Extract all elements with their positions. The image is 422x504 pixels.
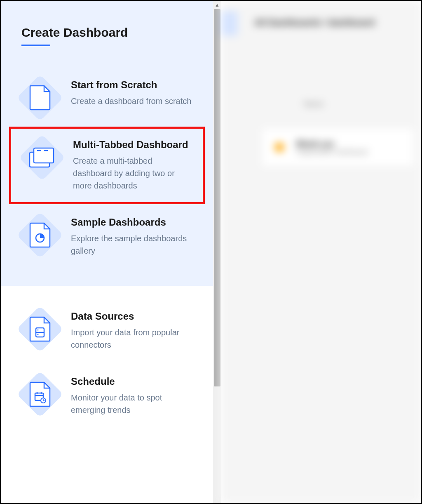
main-header-accent (221, 11, 238, 36)
option-title: Schedule (71, 376, 192, 387)
dashboard-list-item: Blank.xyz Organization Dashboard (263, 129, 413, 166)
column-header: Name (304, 100, 324, 108)
option-title: Start from Scratch (71, 79, 192, 91)
option-description: Monitor your data to spot emerging trend… (71, 391, 192, 416)
option-description: Create a dashboard from scratch (71, 95, 192, 107)
item-subtitle: Organization Dashboard (296, 148, 368, 156)
option-title: Data Sources (71, 311, 192, 322)
blank-file-icon (29, 85, 51, 111)
svg-point-8 (38, 334, 39, 335)
item-status-dot (275, 143, 284, 152)
svg-point-7 (38, 330, 39, 331)
option-start-from-scratch[interactable]: Start from Scratch Create a dashboard fr… (1, 67, 213, 127)
scroll-up-arrow-icon[interactable]: ▲ (213, 1, 221, 9)
main-content-blurred: All Dashboards / dashboard Name Blank.xy… (221, 1, 421, 503)
breadcrumb: All Dashboards / dashboard (254, 17, 375, 28)
option-title: Sample Dashboards (71, 217, 192, 228)
calendar-file-icon (29, 382, 51, 407)
option-multi-tabbed-dashboard[interactable]: Multi-Tabbed Dashboard Create a multi-ta… (9, 127, 205, 204)
option-sample-dashboards[interactable]: Sample Dashboards Explore the sample das… (1, 204, 213, 269)
database-file-icon (29, 316, 51, 342)
option-title: Multi-Tabbed Dashboard (73, 139, 190, 151)
scrollbar-thumb[interactable] (214, 9, 220, 386)
chart-file-icon (29, 222, 51, 248)
option-description: Create a multi-tabbed dashboard by addin… (73, 155, 190, 192)
create-dashboard-sidebar: Create Dashboard (1, 1, 221, 503)
scrollbar[interactable]: ▲ (213, 1, 221, 503)
folders-icon (29, 147, 55, 168)
option-data-sources[interactable]: Data Sources Import your data from popul… (1, 298, 213, 363)
sidebar-title: Create Dashboard (1, 26, 213, 45)
option-schedule[interactable]: Schedule Monitor your data to spot emerg… (1, 363, 213, 429)
item-title: Blank.xyz (296, 139, 368, 148)
option-description: Import your data from popular connectors (71, 326, 192, 351)
title-underline (21, 45, 50, 46)
option-description: Explore the sample dashboards gallery (71, 232, 192, 257)
